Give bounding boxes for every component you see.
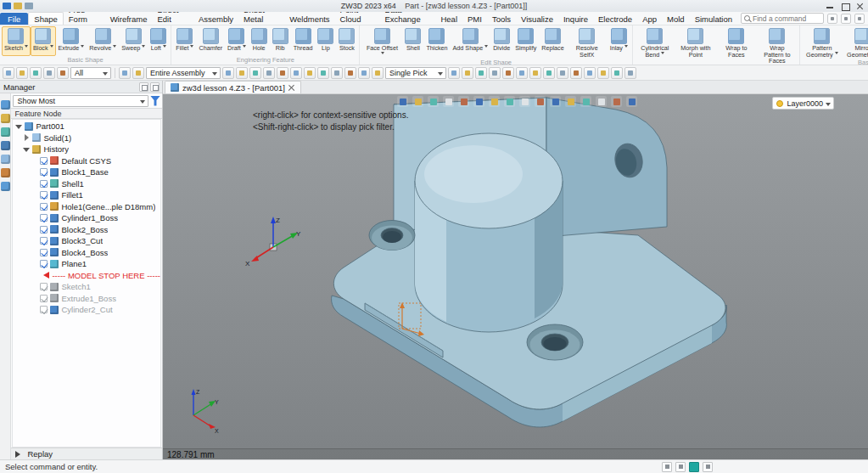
tree-item-extrude1-boss[interactable]: Extrude1_Boss	[13, 293, 160, 305]
toolbar-icon[interactable]	[344, 67, 356, 79]
visibility-checkbox[interactable]	[40, 226, 48, 234]
panel-tab-icon[interactable]	[1, 114, 10, 123]
wrap-pattern-to-faces-button[interactable]: Wrap Pattern to Faces	[757, 26, 798, 65]
visibility-checkbox[interactable]	[40, 180, 48, 188]
tree-item-block2-boss[interactable]: Block2_Boss	[13, 224, 160, 236]
tree-item-history[interactable]: History	[13, 144, 160, 155]
viewport-toolbar-icon[interactable]	[519, 96, 530, 107]
help-icon[interactable]	[841, 14, 851, 24]
close-tab-icon[interactable]	[288, 84, 295, 91]
stock-button[interactable]: Stock	[336, 26, 357, 56]
hole-button[interactable]: Hole	[249, 26, 270, 56]
filter-funnel-icon[interactable]	[150, 96, 160, 106]
menu-tab-heal[interactable]: Heal	[435, 13, 462, 25]
viewport-toolbar-icon[interactable]	[412, 96, 423, 107]
tree-item-model-stop-here[interactable]: ----- MODEL STOP HERE -----	[13, 270, 160, 282]
toolbar-icon[interactable]	[502, 67, 514, 79]
toolbar-icon[interactable]	[331, 67, 343, 79]
counterbore-hole-front-right[interactable]	[527, 324, 583, 360]
toolbar-icon[interactable]	[43, 67, 55, 79]
tree-item-part001[interactable]: Part001	[13, 121, 160, 132]
viewport-toolbar-icon[interactable]	[458, 96, 469, 107]
rib-button[interactable]: Rib	[270, 26, 291, 56]
tree-item-solid-1[interactable]: Solid(1)	[13, 132, 160, 144]
viewport-toolbar-icon[interactable]	[626, 96, 637, 107]
menu-tab-assembly[interactable]: Assembly	[193, 13, 238, 25]
wrap-to-faces-button[interactable]: Wrap to Faces	[716, 26, 757, 65]
collapse-icon[interactable]	[15, 123, 22, 130]
visibility-checkbox[interactable]	[40, 168, 48, 176]
toolbar-icon[interactable]	[557, 67, 568, 79]
viewport-toolbar-icon[interactable]	[611, 96, 622, 107]
add-shape-button[interactable]: Add Shape	[451, 26, 491, 59]
tree-item-cylinder1-boss[interactable]: Cylinder1_Boss	[13, 212, 160, 224]
visibility-checkbox[interactable]	[40, 203, 48, 211]
panel-tab-icon[interactable]	[1, 141, 10, 150]
loft-button[interactable]: Loft	[148, 26, 169, 56]
search-input[interactable]	[753, 14, 819, 23]
collapse-ribbon-icon[interactable]	[854, 14, 865, 24]
sweep-button[interactable]: Sweep	[119, 26, 148, 56]
shell-button[interactable]: Shell	[402, 26, 423, 59]
toolbar-icon[interactable]	[462, 67, 473, 79]
toolbar-icon[interactable]	[30, 67, 42, 79]
viewport[interactable]: Z Y X Z Y	[163, 94, 868, 459]
extrude-button[interactable]: Extrude	[56, 26, 87, 56]
undo-icon[interactable]	[25, 3, 33, 9]
part-model[interactable]	[332, 98, 727, 427]
viewport-toolbar-icon[interactable]	[504, 96, 515, 107]
viewport-toolbar-icon[interactable]	[565, 96, 576, 107]
panel-tab-icon[interactable]	[1, 100, 10, 110]
toolbar-icon[interactable]	[132, 67, 144, 79]
tree-item-sketch1[interactable]: Sketch1	[13, 281, 160, 293]
toolbar-icon[interactable]	[57, 67, 69, 79]
status-grid-icon[interactable]	[662, 462, 672, 472]
tree-item-cylinder2-cut[interactable]: Cylinder2_Cut	[13, 304, 160, 316]
command-search[interactable]	[741, 13, 824, 24]
toolbar-icon[interactable]	[317, 67, 329, 79]
toolbar-icon[interactable]	[448, 67, 460, 79]
view-navigation-triad[interactable]: Z Y X	[192, 389, 220, 434]
sketch-button[interactable]: Sketch	[2, 26, 31, 56]
apps-icon[interactable]	[827, 14, 837, 24]
visibility-checkbox[interactable]	[40, 306, 48, 313]
chamfer-button[interactable]: Chamfer	[196, 26, 225, 56]
toolbar-icon[interactable]	[516, 67, 528, 79]
tree-filter-combo[interactable]: Show Most	[13, 95, 148, 107]
status-window-icon[interactable]	[675, 462, 686, 472]
toolbar-icon[interactable]	[222, 67, 234, 79]
replay-bar[interactable]: Replay	[11, 448, 162, 459]
viewport-toolbar-icon[interactable]	[489, 96, 500, 107]
toolbar-icon[interactable]	[624, 67, 636, 79]
toolbar-icon[interactable]	[611, 67, 623, 79]
tree-item-plane1[interactable]: Plane1	[13, 258, 160, 270]
toolbar-icon[interactable]	[475, 67, 487, 79]
toolbar-icon[interactable]	[489, 67, 501, 79]
panel-options-icon[interactable]	[150, 82, 160, 92]
viewport-toolbar-icon[interactable]	[428, 96, 439, 107]
document-tab[interactable]: zw3d lesson 4.Z3 - [Part001]	[165, 81, 301, 93]
menu-tab-electrode[interactable]: Electrode	[593, 13, 637, 25]
tree-item-block4-boss[interactable]: Block4_Boss	[13, 247, 160, 259]
ime-indicator-icon[interactable]	[689, 462, 699, 472]
menu-tab-app[interactable]: App	[637, 13, 662, 25]
panel-tab-icon[interactable]	[1, 155, 10, 164]
viewport-toolbar-icon[interactable]	[535, 96, 546, 107]
face-offset-button[interactable]: Face Offset	[361, 26, 402, 59]
toolbar-icon[interactable]	[358, 67, 370, 79]
menu-tab-pmi[interactable]: PMI	[462, 13, 487, 25]
simplify-button[interactable]: Simplify	[512, 26, 539, 59]
viewport-toolbar-icon[interactable]	[397, 96, 408, 107]
toolbar-icon[interactable]	[263, 67, 275, 79]
viewport-3d-canvas[interactable]: Z Y X Z Y	[163, 94, 868, 459]
menu-tab-simulation[interactable]: Simulation	[690, 13, 737, 25]
collapse-icon[interactable]	[23, 146, 30, 153]
menu-tab-inquire[interactable]: Inquire	[558, 13, 593, 25]
expand-icon[interactable]	[23, 134, 30, 141]
tree-item-default-csys[interactable]: Default CSYS	[13, 155, 160, 167]
filter-all-combo[interactable]: All	[70, 67, 111, 79]
minimize-button[interactable]	[822, 1, 837, 12]
toolbar-icon[interactable]	[529, 67, 541, 79]
close-button[interactable]	[853, 1, 868, 12]
toolbar-icon[interactable]	[584, 67, 596, 79]
